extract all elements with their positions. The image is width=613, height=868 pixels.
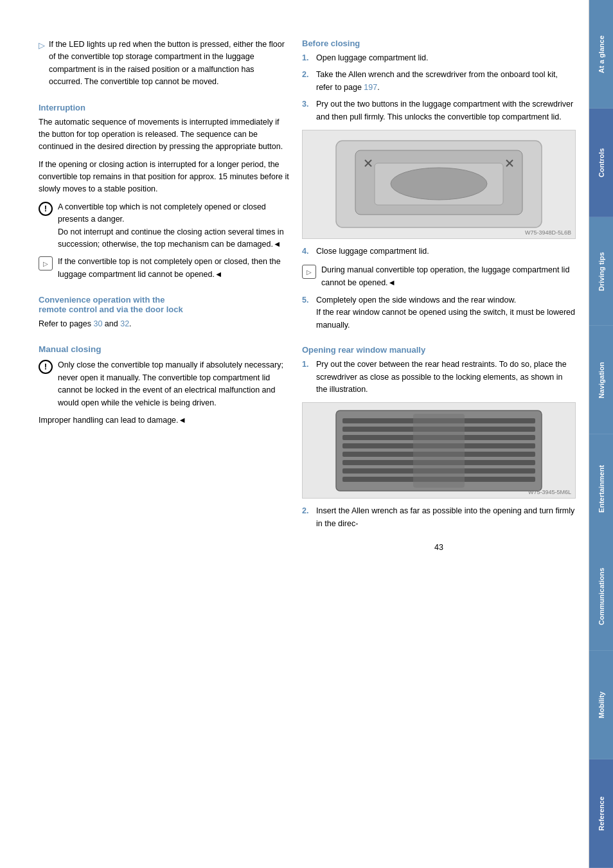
sidebar-tab-reference[interactable]: Reference (589, 759, 613, 868)
step-4-container: 4. Close luggage compartment lid. (302, 245, 576, 258)
page-link-197[interactable]: 197 (364, 83, 377, 92)
led-bullet-item: ▷ If the LED lights up red when the butt… (39, 39, 289, 89)
step-3-text: Pry out the two buttons in the luggage c… (316, 98, 576, 123)
step-3-num: 3. (302, 98, 311, 123)
manual-closing-heading: Manual closing (39, 344, 289, 354)
rear-step-2: 2. Insert the Allen wrench as far as pos… (302, 505, 576, 530)
warning-text-1: A convertible top which is not completel… (58, 201, 289, 251)
sidebar-tab-entertainment[interactable]: Entertainment (589, 434, 613, 543)
manual-closing-warning: ! Only close the convertible top manuall… (39, 359, 289, 409)
step-2-num: 2. (302, 69, 311, 94)
step-4-text: Close luggage compartment lid. (316, 245, 429, 258)
step-5-text: Completely open the side windows and the… (316, 294, 576, 332)
rear-window-svg (330, 404, 548, 497)
sidebar-tab-driving[interactable]: Driving tips (589, 217, 613, 326)
step-4: 4. Close luggage compartment lid. (302, 245, 576, 258)
sidebar: At a glance Controls Driving tips Naviga… (589, 0, 613, 868)
step-4-num: 4. (302, 245, 311, 258)
left-column: ▷ If the LED lights up red when the butt… (39, 39, 289, 842)
step-5-num: 5. (302, 294, 311, 332)
sidebar-tab-mobility[interactable]: Mobility (589, 651, 613, 759)
opening-rear-heading: Opening rear window manually (302, 345, 576, 355)
step-1: 1. Open luggage compartment lid. (302, 52, 576, 64)
svg-point-7 (391, 168, 487, 200)
rear-step-1-text: Pry out the cover between the rear head … (316, 359, 576, 396)
page-link-32[interactable]: 32 (120, 319, 129, 328)
car-top-image: W75-3948D-5L6B (302, 130, 576, 239)
rear-window-image-label: W75-3945-5M6L (528, 489, 571, 495)
svg-rect-17 (413, 414, 465, 488)
page-link-30[interactable]: 30 (93, 319, 102, 328)
warning-box-1: ! A convertible top which is not complet… (39, 201, 289, 251)
note-text-1: If the convertible top is not completely… (58, 256, 289, 281)
step4-note: ▷ During manual convertible top operatio… (302, 264, 576, 289)
main-content: ▷ If the LED lights up red when the butt… (0, 0, 589, 868)
step-5: 5. Completely open the side windows and … (302, 294, 576, 332)
step4-note-text: During manual convertible top operation,… (321, 264, 576, 289)
interruption-para1: The automatic sequence of movements is i… (39, 116, 289, 154)
before-closing-heading: Before closing (302, 39, 576, 48)
note-box-1: ▷ If the convertible top is not complete… (39, 256, 289, 281)
bullet-arrow-icon: ▷ (39, 39, 45, 89)
sidebar-tab-navigation[interactable]: Navigation (589, 326, 613, 434)
rear-step-1: 1. Pry out the cover between the rear he… (302, 359, 576, 396)
warning-icon-2: ! (39, 360, 53, 374)
step-1-num: 1. (302, 52, 311, 64)
sidebar-tab-communications[interactable]: Communications (589, 542, 613, 651)
play-icon-1: ▷ (39, 256, 53, 270)
car-top-svg (330, 131, 548, 237)
play-icon-step4: ▷ (302, 265, 316, 279)
step-2: 2. Take the Allen wrench and the screwdr… (302, 69, 576, 94)
page-number: 43 (302, 543, 576, 558)
warning-icon-1: ! (39, 202, 53, 216)
car-top-image-label: W75-3948D-5L6B (525, 229, 571, 236)
right-column: Before closing 1. Open luggage compartme… (302, 39, 576, 842)
step-1-text: Open luggage compartment lid. (316, 52, 428, 64)
led-bullet-text: If the LED lights up red when the button… (49, 39, 289, 89)
rear-step-2-num: 2. (302, 505, 311, 530)
manual-closing-warning-text: Only close the convertible top manually … (58, 359, 289, 409)
rear-step-1-num: 1. (302, 359, 311, 396)
sidebar-tab-controls[interactable]: Controls (589, 109, 613, 217)
before-closing-steps: 1. Open luggage compartment lid. 2. Take… (302, 52, 576, 123)
step-3: 3. Pry out the two buttons in the luggag… (302, 98, 576, 123)
convenience-refer: Refer to pages 30 and 32. (39, 318, 289, 330)
page-container: ▷ If the LED lights up red when the butt… (0, 0, 613, 868)
rear-step-2-text: Insert the Allen wrench as far as possib… (316, 505, 576, 530)
damage-text: Improper handling can lead to damage.◄ (39, 414, 289, 427)
sidebar-tab-at-glance[interactable]: At a glance (589, 0, 613, 109)
step-2-text: Take the Allen wrench and the screwdrive… (316, 69, 576, 94)
rear-window-image: W75-3945-5M6L (302, 402, 576, 499)
interruption-heading: Interruption (39, 103, 289, 112)
convenience-heading: Convenience operation with theremote con… (39, 295, 289, 314)
interruption-para2: If the opening or closing action is inte… (39, 159, 289, 196)
